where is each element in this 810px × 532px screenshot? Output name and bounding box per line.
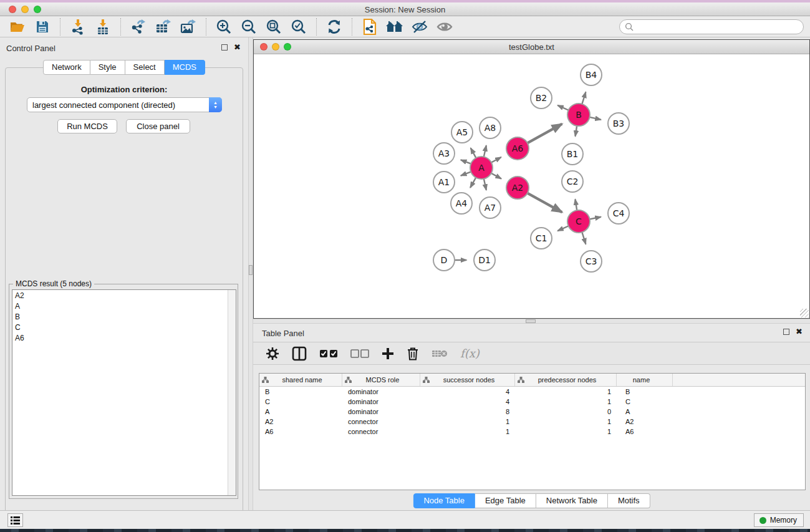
mcds-result-list[interactable]: A2ABCA6	[12, 289, 236, 496]
memory-button[interactable]: Memory	[754, 513, 804, 527]
refresh-layout-icon[interactable]	[324, 18, 344, 36]
column-header-predecessor-nodes[interactable]: predecessor nodes	[515, 374, 617, 386]
open-session-icon[interactable]	[7, 18, 27, 36]
table-row[interactable]: Adominator80A	[259, 407, 805, 417]
node-A5[interactable]: A5	[451, 122, 473, 143]
edge-A-A7[interactable]	[484, 178, 486, 190]
import-network-icon[interactable]	[68, 18, 88, 36]
window-resize-grip[interactable]	[800, 309, 809, 317]
save-session-icon[interactable]	[32, 18, 52, 36]
edge-A-A6[interactable]	[491, 157, 501, 163]
edge-A6-B[interactable]	[527, 124, 562, 143]
node-B4[interactable]: B4	[581, 64, 602, 85]
table-row[interactable]: Bdominator41B	[259, 387, 805, 397]
node-table[interactable]: shared nameMCDS rolesuccessor nodesprede…	[259, 373, 806, 490]
run-mcds-button[interactable]: Run MCDS	[57, 119, 117, 133]
edge-C-C3[interactable]	[582, 231, 586, 244]
edge-A-A5[interactable]	[471, 148, 476, 158]
show-all-icon[interactable]	[435, 18, 455, 36]
tab-style[interactable]: Style	[90, 60, 125, 75]
zoom-selected-icon[interactable]	[289, 18, 309, 36]
column-header-shared-name[interactable]: shared name	[259, 374, 342, 386]
edge-B-B3[interactable]	[589, 117, 601, 120]
node-A6[interactable]: A6	[506, 137, 529, 160]
network-window-titlebar[interactable]: testGlobe.txt	[254, 40, 809, 54]
column-header-name[interactable]: name	[617, 374, 673, 386]
node-B1[interactable]: B1	[562, 143, 583, 165]
tab-network[interactable]: Network	[43, 60, 90, 75]
node-B2[interactable]: B2	[531, 87, 552, 109]
node-B3[interactable]: B3	[608, 113, 629, 134]
edge-B-B4[interactable]	[582, 92, 586, 104]
node-D[interactable]: D	[433, 249, 455, 271]
node-A7[interactable]: A7	[480, 197, 501, 218]
node-C1[interactable]: C1	[531, 228, 552, 249]
delete-column-icon[interactable]	[407, 345, 419, 362]
node-C2[interactable]: C2	[562, 171, 583, 192]
node-C[interactable]: C	[567, 210, 590, 233]
node-A[interactable]: A	[470, 157, 493, 179]
criterion-dropdown[interactable]: largest connected component (directed) ▲…	[27, 97, 222, 112]
node-A2[interactable]: A2	[506, 177, 529, 199]
edge-C-C1[interactable]	[557, 226, 569, 231]
select-all-columns-icon[interactable]	[319, 345, 338, 362]
result-list-item[interactable]: A	[12, 301, 236, 311]
edge-B-B1[interactable]	[576, 125, 577, 137]
tab-motifs[interactable]: Motifs	[608, 493, 650, 508]
zoom-in-icon[interactable]	[214, 18, 234, 36]
node-A3[interactable]: A3	[433, 143, 455, 164]
table-row[interactable]: A2connector11A2	[259, 417, 805, 427]
tab-select[interactable]: Select	[125, 60, 165, 75]
table-settings-gear-icon[interactable]	[266, 345, 279, 362]
show-column-icon[interactable]	[292, 345, 307, 362]
edge-A-A4[interactable]	[470, 177, 476, 188]
column-header-successor-nodes[interactable]: successor nodes	[420, 374, 515, 386]
close-table-panel-icon[interactable]: ✖	[796, 329, 803, 335]
vertical-split-grip[interactable]	[249, 265, 253, 275]
edge-A-A2[interactable]	[491, 173, 501, 178]
import-table-icon[interactable]	[93, 18, 113, 36]
node-A1[interactable]: A1	[433, 172, 455, 193]
edge-A2-C[interactable]	[527, 193, 562, 212]
float-panel-icon[interactable]	[221, 44, 228, 51]
task-history-button[interactable]	[7, 513, 23, 527]
table-row[interactable]: A6connector11A6	[259, 427, 805, 437]
hide-selected-icon[interactable]	[410, 18, 430, 36]
result-list-item[interactable]: A6	[12, 332, 236, 343]
edge-C-C4[interactable]	[589, 217, 601, 220]
zoom-out-icon[interactable]	[239, 18, 259, 36]
network-graph[interactable]: B4B2BB3A5A8A6B1A3AA1C2A2A4A7C4CC1DD1C3	[254, 54, 809, 318]
table-row[interactable]: Cdominator41C	[259, 397, 805, 407]
create-column-icon[interactable]	[382, 345, 394, 362]
float-table-panel-icon[interactable]	[783, 329, 789, 335]
result-list-item[interactable]: B	[12, 311, 236, 322]
tab-network-table[interactable]: Network Table	[536, 493, 608, 508]
result-list-scrollbar[interactable]	[228, 290, 236, 495]
home-layout-icon[interactable]	[385, 18, 405, 36]
edge-B-B2[interactable]	[557, 105, 569, 110]
tab-mcds[interactable]: MCDS	[165, 60, 205, 75]
edge-A-A3[interactable]	[461, 160, 471, 164]
export-network-icon[interactable]	[128, 18, 148, 36]
node-A4[interactable]: A4	[451, 193, 472, 214]
close-panel-button[interactable]: Close panel	[126, 119, 190, 133]
zoom-fit-icon[interactable]	[264, 18, 284, 36]
network-canvas[interactable]: B4B2BB3A5A8A6B1A3AA1C2A2A4A7C4CC1DD1C3	[254, 54, 809, 318]
result-list-item[interactable]: C	[12, 322, 236, 332]
network-from-file-icon[interactable]	[360, 18, 380, 36]
node-B[interactable]: B	[567, 104, 590, 126]
search-input[interactable]	[619, 19, 804, 34]
tab-node-table[interactable]: Node Table	[413, 493, 475, 508]
edge-A-A1[interactable]	[461, 172, 471, 176]
tab-edge-table[interactable]: Edge Table	[475, 493, 536, 508]
node-D1[interactable]: D1	[474, 249, 495, 271]
deselect-all-columns-icon[interactable]	[350, 345, 369, 362]
edge-C-C2[interactable]	[575, 199, 577, 211]
close-panel-icon[interactable]: ✖	[234, 44, 241, 51]
export-table-icon[interactable]	[153, 18, 173, 36]
node-C4[interactable]: C4	[608, 203, 629, 224]
node-C3[interactable]: C3	[581, 251, 602, 272]
result-list-item[interactable]: A2	[12, 290, 236, 301]
column-header-MCDS-role[interactable]: MCDS role	[342, 374, 420, 386]
edge-A-A8[interactable]	[484, 145, 486, 157]
